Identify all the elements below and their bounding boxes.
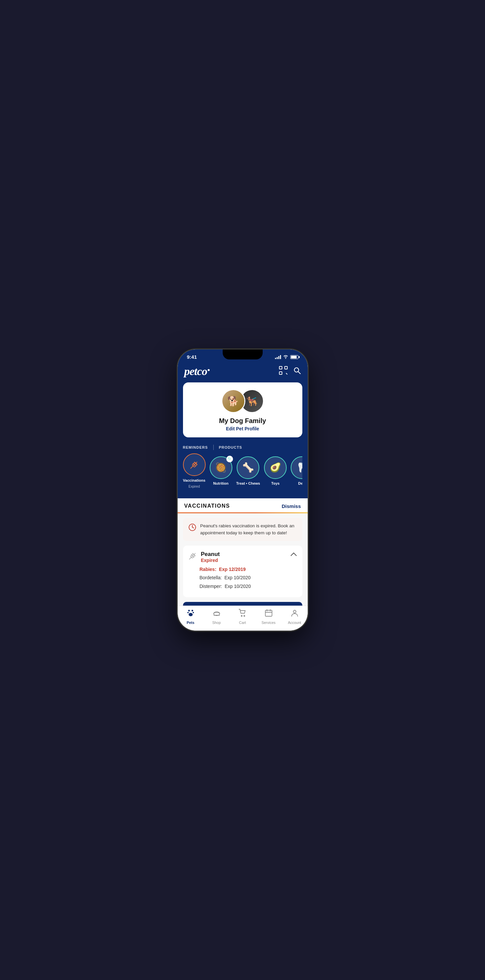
nav-item-services[interactable]: Services [256, 609, 282, 625]
syringe-icon [188, 552, 197, 562]
svg-rect-1 [285, 366, 287, 369]
svg-point-25 [189, 613, 193, 616]
panel-divider [178, 512, 308, 513]
dental-image: 🦷 [296, 463, 302, 473]
nutrition-label: Nutrition [213, 481, 229, 486]
app-header: petco [178, 362, 308, 382]
treat-chews-label: Treat • Chews [236, 481, 260, 486]
signal-bars-icon [275, 355, 281, 359]
panel-title: VACCINATIONS [184, 503, 230, 509]
pet-record-status: Expired [201, 558, 220, 563]
nav-label-account: Account [288, 620, 302, 625]
cart-icon [238, 609, 247, 619]
alert-box: Peanut's rabies vaccination is expired. … [183, 518, 302, 541]
nutrition-image: 🥘 [215, 463, 227, 473]
battery-icon [290, 355, 298, 359]
pet-card-container: 🐕 🐕‍🦺 My Dog Family Edit Pet Profile [178, 382, 308, 442]
nav-label-pets: Pets [187, 620, 194, 625]
svg-point-24 [193, 612, 194, 613]
bottom-nav: Pets Shop [178, 606, 308, 631]
pet-family-name: My Dog Family [219, 417, 266, 425]
section-divider [213, 445, 214, 450]
nutrition-product[interactable]: 🥘 ↻ Nutrition [210, 457, 232, 486]
vax-item-bordetella: Bordetella: Exp 10/2020 [199, 574, 297, 581]
section-labels: REMINDERS PRODUCTS [183, 445, 302, 450]
vax-item-distemper: Distemper: Exp 10/2020 [199, 583, 297, 590]
nav-label-shop: Shop [212, 620, 221, 625]
pet-record-left: Peanut Expired [188, 551, 220, 563]
products-label: PRODUCTS [219, 445, 242, 449]
account-icon [290, 609, 299, 619]
vaccination-status: Expired [189, 485, 200, 488]
phone-frame: 9:41 petco [178, 349, 308, 631]
alert-clock-icon [188, 523, 196, 533]
vaccination-list: Rabies: Exp 12/2019 Bordetella: Exp 10/2… [199, 566, 297, 590]
dental-label: De... [298, 481, 302, 486]
treat-chews-image: 🦴 [242, 463, 254, 473]
pet-card: 🐕 🐕‍🦺 My Dog Family Edit Pet Profile [183, 382, 302, 438]
pet-record-name: Peanut [201, 551, 220, 558]
caret-container [178, 494, 308, 498]
toys-label: Toys [271, 481, 280, 486]
pet-info: Peanut Expired [201, 551, 220, 563]
header-icons [279, 366, 301, 377]
dog1-image: 🐕 [222, 390, 244, 412]
treat-chews-circle[interactable]: 🦴 [237, 457, 259, 479]
vaccinations-panel: VACCINATIONS Dismiss Peanut's rabies vac… [178, 498, 308, 606]
svg-rect-2 [279, 372, 282, 374]
pet-avatar-1: 🐕 [221, 389, 245, 413]
reminders-label: REMINDERS [183, 445, 208, 449]
paw-icon [186, 609, 195, 619]
pet-record-header: Peanut Expired [188, 551, 297, 563]
product-circles: Vaccinations Expired 🥘 ↻ Nutrition 🦴 Tre… [183, 453, 302, 488]
dismiss-button[interactable]: Dismiss [282, 503, 301, 509]
svg-rect-0 [279, 366, 282, 369]
caret-shape [209, 494, 219, 498]
dental-circle[interactable]: 🦷 [291, 457, 302, 479]
reminders-section: REMINDERS PRODUCTS [178, 442, 308, 494]
toys-image: 🥑 [270, 463, 281, 473]
phone-screen: 9:41 petco [178, 349, 308, 631]
svg-point-23 [187, 612, 189, 613]
status-time: 9:41 [187, 354, 197, 360]
vaccination-reminder[interactable]: Vaccinations Expired [183, 453, 206, 488]
svg-point-22 [191, 610, 193, 612]
nav-label-cart: Cart [239, 620, 246, 625]
chevron-up-icon[interactable] [290, 551, 297, 558]
nav-item-pets[interactable]: Pets [178, 609, 204, 625]
calendar-icon [264, 609, 273, 619]
svg-line-19 [189, 558, 190, 559]
svg-line-13 [191, 467, 191, 468]
toys-circle[interactable]: 🥑 [264, 457, 287, 479]
panel-header: VACCINATIONS Dismiss [178, 498, 308, 512]
nav-item-shop[interactable]: Shop [204, 609, 230, 625]
dental-product[interactable]: 🦷 De... [291, 457, 302, 486]
edit-pet-profile-button[interactable]: Edit Pet Profile [226, 426, 259, 431]
nav-label-services: Services [261, 620, 275, 625]
svg-point-21 [188, 610, 190, 612]
schedule-vetco-button[interactable]: Schedule Vetco Appointment [183, 602, 302, 606]
svg-point-29 [244, 616, 245, 617]
treat-chews-product[interactable]: 🦴 Treat • Chews [236, 457, 260, 486]
refresh-icon: ↻ [227, 456, 233, 462]
vaccination-label: Vaccinations [183, 478, 205, 483]
svg-line-9 [298, 372, 300, 374]
svg-rect-30 [265, 610, 272, 616]
svg-point-28 [241, 616, 242, 617]
nav-item-account[interactable]: Account [282, 609, 308, 625]
vax-item-rabies: Rabies: Exp 12/2019 [199, 566, 297, 573]
toys-product[interactable]: 🥑 Toys [264, 457, 287, 486]
vaccination-circle[interactable] [183, 453, 206, 476]
svg-point-34 [294, 610, 296, 613]
status-icons [275, 355, 298, 360]
pet-avatars: 🐕 🐕‍🦺 [221, 389, 264, 413]
barcode-scan-icon[interactable] [279, 366, 288, 377]
svg-line-7 [286, 373, 287, 374]
wifi-icon [283, 355, 288, 360]
nutrition-circle[interactable]: 🥘 ↻ [210, 457, 232, 479]
pet-record: Peanut Expired Rabies: Exp 12/2019 Borde… [183, 546, 302, 597]
notch [223, 349, 263, 360]
search-icon[interactable] [293, 366, 301, 376]
nav-item-cart[interactable]: Cart [230, 609, 256, 625]
alert-text: Peanut's rabies vaccination is expired. … [200, 523, 297, 536]
